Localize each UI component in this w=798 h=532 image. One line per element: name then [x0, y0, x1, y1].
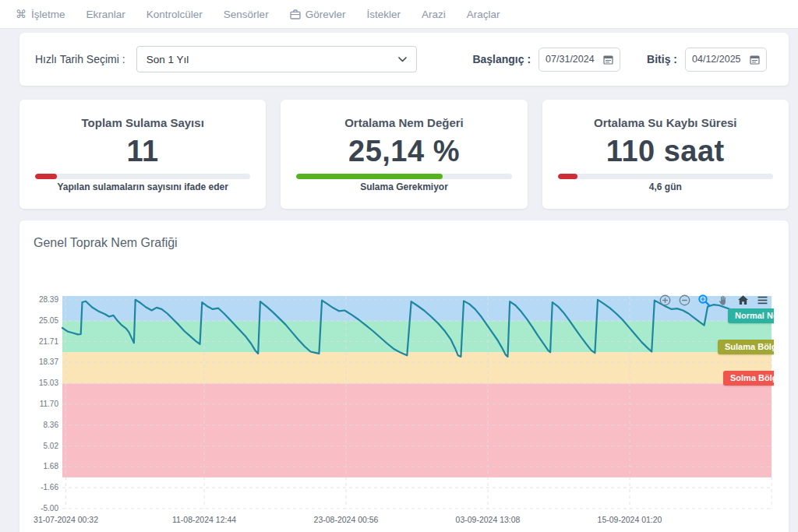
y-axis-tick: -1.66 — [12, 483, 58, 491]
nav-item-label: Araçlar — [467, 9, 500, 20]
band-sulama-bolgesi — [62, 352, 772, 383]
x-axis-tick: 15-09-2024 01:20 — [575, 515, 684, 524]
nav-item-isletme[interactable]: ⌘ İşletme — [16, 9, 65, 20]
stat-value: 11 — [19, 136, 266, 168]
nav-item-label: Sensörler — [224, 9, 269, 20]
pan-hand-icon[interactable] — [716, 293, 730, 307]
stat-caption: Yapılan sulamaların sayısını ifade eder — [19, 181, 266, 192]
chart-svg — [62, 296, 772, 509]
nav-item-label: İşletme — [31, 9, 65, 20]
nav-item-label: İstekler — [366, 9, 401, 20]
x-axis-tick: 31-07-2024 00:32 — [12, 515, 121, 524]
x-axis-tick: 03-09-2024 13:08 — [433, 515, 542, 524]
y-axis-tick: 15.03 — [12, 379, 58, 387]
quick-date-selected-value: Son 1 Yıl — [147, 54, 189, 65]
calendar-icon[interactable] — [603, 55, 613, 65]
progress-bar-fill — [558, 174, 577, 179]
stat-card-toplam-sulama: Toplam Sulama Sayısı 11 Yapılan sulamala… — [19, 100, 266, 209]
stat-caption: Sulama Gerekmiyor — [281, 181, 527, 192]
top-navbar: ⌘ İşletme Ekranlar Kontrolcüler Sensörle… — [0, 0, 798, 29]
nav-item-label: Kontrolcüler — [147, 9, 203, 20]
y-axis-tick: 8.36 — [12, 421, 58, 429]
band-solma-bolgesi — [62, 383, 772, 477]
band-yeterli-nem — [62, 321, 772, 352]
nav-item-gorevler[interactable]: Görevler — [290, 9, 346, 20]
stat-title: Ortalama Nem Değeri — [281, 116, 527, 129]
chevron-down-icon — [398, 57, 407, 62]
command-icon: ⌘ — [16, 9, 26, 19]
dashboard-page: { "nav": { "items": [ { "label": "İşletm… — [0, 0, 798, 532]
y-axis-tick: 1.68 — [12, 462, 58, 470]
start-date-input[interactable] — [546, 54, 598, 65]
quick-date-select[interactable]: Son 1 Yıl — [136, 46, 417, 72]
stat-title: Toplam Sulama Sayısı — [19, 116, 266, 129]
chart-card: Genel Toprak Nem Grafiği 28.3925.0521.71… — [19, 220, 789, 532]
nav-item-ekranlar[interactable]: Ekranlar — [87, 9, 125, 20]
progress-bar — [296, 174, 511, 179]
stat-card-ortalama-nem: Ortalama Nem Değeri 25,14 % Sulama Gerek… — [281, 100, 527, 209]
stats-row: Toplam Sulama Sayısı 11 Yapılan sulamala… — [19, 100, 789, 209]
progress-bar-fill — [35, 174, 57, 179]
y-axis-tick: -5.00 — [12, 504, 58, 513]
x-axis-tick: 11-08-2024 12:44 — [150, 515, 259, 524]
nav-item-arazi[interactable]: Arazi — [422, 9, 446, 20]
home-reset-icon[interactable] — [736, 293, 750, 307]
progress-bar-fill — [296, 174, 443, 179]
y-axis-tick: 28.39 — [12, 295, 58, 304]
stat-value: 110 saat — [542, 136, 789, 168]
nav-item-label: Görevler — [305, 9, 346, 20]
progress-bar — [35, 174, 250, 179]
calendar-icon[interactable] — [750, 55, 760, 65]
stat-card-su-kaybi: Ortalama Su Kaybı Süresi 110 saat 4,6 gü… — [542, 100, 789, 209]
start-date-box — [538, 48, 620, 72]
y-axis-tick: 25.05 — [12, 316, 58, 325]
y-axis-tick: 21.71 — [12, 337, 58, 346]
y-axis-tick: 11.70 — [12, 400, 58, 408]
stat-title: Ortalama Su Kaybı Süresi — [542, 116, 789, 129]
end-date-input[interactable] — [692, 54, 745, 65]
end-date-label: Bitiş : — [647, 53, 677, 65]
start-date-label: Başlangıç : — [472, 53, 531, 65]
nav-item-kontrolculer[interactable]: Kontrolcüler — [147, 9, 203, 20]
briefcase-icon — [290, 9, 301, 19]
progress-bar — [558, 174, 773, 179]
nav-item-istekler[interactable]: İstekler — [366, 9, 401, 20]
nav-item-label: Ekranlar — [87, 9, 125, 20]
stat-value: 25,14 % — [281, 136, 527, 168]
y-axis-tick: 5.02 — [12, 442, 58, 450]
selection-zoom-icon[interactable] — [697, 293, 711, 307]
chart-toolbar — [658, 293, 769, 307]
nav-item-araclar[interactable]: Araçlar — [467, 9, 500, 20]
moisture-line-chart[interactable]: 28.3925.0521.7118.3715.0311.708.365.021.… — [62, 296, 772, 509]
chart-title: Genel Toprak Nem Grafiği — [34, 236, 178, 250]
zoom-in-icon[interactable] — [658, 293, 672, 307]
stat-caption: 4,6 gün — [542, 181, 789, 192]
menu-icon[interactable] — [755, 293, 769, 307]
nav-item-sensorler[interactable]: Sensörler — [224, 9, 269, 20]
y-axis-tick: 18.37 — [12, 358, 58, 366]
nav-item-label: Arazi — [422, 9, 446, 20]
zoom-out-icon[interactable] — [677, 293, 691, 307]
end-date-box — [685, 48, 767, 72]
quick-date-label: Hızlı Tarih Seçimi : — [35, 53, 125, 65]
filter-card: Hızlı Tarih Seçimi : Son 1 Yıl Başlangıç… — [19, 33, 789, 86]
date-range-group: Başlangıç : Bitiş : — [472, 48, 773, 72]
x-axis-tick: 23-08-2024 00:56 — [291, 515, 401, 524]
